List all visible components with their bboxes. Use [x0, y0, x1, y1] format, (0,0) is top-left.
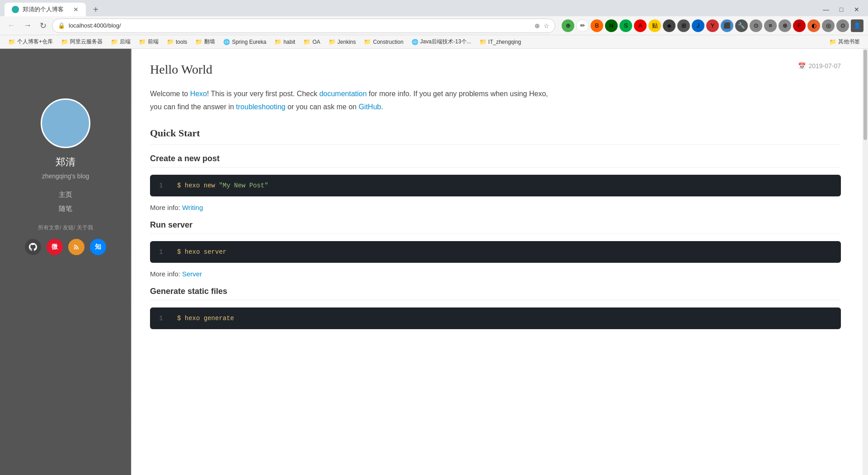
docs-link[interactable]: documentation	[319, 90, 367, 98]
line-number: 1	[159, 248, 168, 256]
toolbar-icon-17[interactable]: F	[793, 19, 806, 32]
address-bar[interactable]: 🔒 localhost:4000/blog/ ⊕ ☆	[52, 19, 555, 33]
title-bar: 🌐 郑清的个人博客 ✕ + — □ ✕	[0, 0, 868, 16]
post-header: Hello World 📅 2019-07-07	[150, 62, 841, 77]
nav-home[interactable]: 主页	[59, 189, 72, 201]
bookmark-label: Jenkins	[338, 39, 356, 45]
bookmark-it[interactable]: 📁 IT_zhengqing	[476, 37, 525, 46]
code-content: $ hexo server	[177, 248, 226, 256]
toolbar-icon-18[interactable]: ◐	[807, 19, 820, 32]
toolbar-icon-13[interactable]: 🔧	[735, 19, 748, 32]
rss-button[interactable]	[68, 239, 84, 255]
bookmark-backend[interactable]: 📁 后端	[107, 37, 134, 47]
bookmark-personal[interactable]: 📁 个人博客+仓库	[5, 37, 56, 47]
toolbar-icon-6[interactable]: A	[634, 19, 647, 32]
weibo-button[interactable]: 微	[47, 239, 63, 255]
writing-more-info: More info: Writing	[150, 204, 841, 211]
bookmark-jenkins[interactable]: 📁 Jenkins	[325, 37, 360, 46]
toolbar-icon-2[interactable]: ✏	[576, 19, 589, 32]
create-post-title: Create a new post	[150, 154, 841, 168]
bookmark-label: 阿里云服务器	[70, 38, 103, 46]
bookmark-oa[interactable]: 📁 OA	[300, 37, 324, 46]
code-content: $ hexo new "My New Post"	[177, 182, 268, 189]
toolbar-icon-8[interactable]: ◈	[663, 19, 676, 32]
minimize-button[interactable]: —	[819, 3, 833, 16]
toolbar-icon-9[interactable]: ⊞	[677, 19, 690, 32]
writing-link[interactable]: Writing	[182, 204, 203, 211]
bookmark-label: 翻墙	[204, 38, 215, 46]
address-text: localhost:4000/blog/	[69, 22, 531, 29]
toolbar-icon-14[interactable]: ⊙	[750, 19, 762, 32]
lock-icon: 🔒	[58, 22, 65, 29]
avatar	[41, 98, 90, 148]
bookmark-spring[interactable]: 🌐 Spring Eureka	[220, 38, 270, 46]
folder-icon: 📁	[111, 38, 118, 45]
bookmark-label: OA	[312, 39, 320, 45]
bookmark-frontend[interactable]: 📁 前端	[135, 37, 162, 47]
maximize-button[interactable]: □	[835, 3, 848, 16]
site-icon: 🌐	[412, 39, 418, 45]
site-icon: 🌐	[223, 39, 230, 45]
bookmark-fanqiang[interactable]: 📁 翻墙	[192, 37, 219, 47]
toolbar-icon-12[interactable]: ⬛	[721, 19, 733, 32]
bookmark-java[interactable]: 🌐 Java后端技术-13个...	[408, 37, 475, 47]
tab-close-button[interactable]: ✕	[73, 6, 79, 13]
github-link[interactable]: GitHub	[359, 103, 381, 111]
hexo-link[interactable]: Hexo	[190, 90, 207, 98]
toolbar-icon-15[interactable]: ≡	[764, 19, 777, 32]
toolbar-icon-16[interactable]: ⊕	[779, 19, 791, 32]
profile-icon[interactable]: 👤	[851, 19, 863, 32]
toolbar-icon-4[interactable]: N	[605, 19, 618, 32]
folder-icon: 📁	[303, 38, 310, 45]
folder-icon: 📁	[139, 38, 146, 45]
new-tab-button[interactable]: +	[89, 4, 102, 16]
translate-icon[interactable]: ⊕	[535, 22, 540, 29]
all-posts-link[interactable]: 所有文章	[38, 224, 60, 231]
troubleshoot-link[interactable]: troubleshooting	[236, 103, 285, 111]
toolbar-icon-7[interactable]: 贴	[648, 19, 661, 32]
create-post-code: 1 $ hexo new "My New Post"	[150, 175, 841, 196]
toolbar-icon-5[interactable]: S	[619, 19, 632, 32]
tab-favicon: 🌐	[12, 6, 19, 13]
bookmark-label: Construction	[373, 39, 403, 45]
friends-link[interactable]: 友链	[63, 224, 74, 231]
toolbar-icon-20[interactable]: ⊙	[836, 19, 849, 32]
main-area: 郑清 zhengqing's blog 主页 随笔 所有文章/ 友链/ 关于我 …	[0, 49, 868, 475]
bookmark-other[interactable]: 📁 其他书签	[826, 37, 863, 47]
bookmark-label: tools	[176, 39, 187, 45]
toolbar-icon-1[interactable]: ⊕	[562, 19, 574, 32]
bookmarks-bar: 📁 个人博客+仓库 📁 阿里云服务器 📁 后端 📁 前端 📁 tools 📁 翻…	[0, 35, 868, 49]
back-button[interactable]: ←	[5, 19, 18, 32]
toolbar-icon-3[interactable]: B	[591, 19, 603, 32]
toolbar-icon-19[interactable]: ◎	[822, 19, 835, 32]
toolbar-icon-11[interactable]: Y	[706, 19, 719, 32]
bookmark-label: Spring Eureka	[232, 39, 266, 45]
star-icon[interactable]: ☆	[544, 22, 549, 29]
forward-button[interactable]: →	[21, 19, 34, 32]
refresh-button[interactable]: ↻	[37, 19, 49, 33]
toolbar-icon-10[interactable]: J	[692, 19, 704, 32]
folder-icon: 📁	[328, 38, 336, 45]
bookmark-label: Java后端技术-13个...	[420, 38, 471, 46]
scrollbar-thumb[interactable]	[863, 50, 867, 140]
bookmark-label: 后端	[120, 38, 131, 46]
about-link[interactable]: 关于我	[77, 224, 93, 231]
navigation-bar: ← → ↻ 🔒 localhost:4000/blog/ ⊕ ☆ ⊕ ✏ B N…	[0, 16, 868, 35]
code-command: $ hexo generate	[177, 315, 234, 322]
nav-notes[interactable]: 随笔	[59, 203, 72, 215]
close-button[interactable]: ✕	[850, 3, 863, 16]
folder-icon: 📁	[274, 38, 282, 45]
scrollbar[interactable]	[863, 49, 868, 475]
github-button[interactable]	[25, 239, 41, 255]
bookmark-tools[interactable]: 📁 tools	[163, 37, 191, 46]
bookmark-construction[interactable]: 📁 Construction	[360, 37, 407, 46]
active-tab[interactable]: 🌐 郑清的个人博客 ✕	[5, 3, 86, 16]
zhihu-button[interactable]: 知	[90, 239, 106, 255]
server-link[interactable]: Server	[182, 270, 202, 278]
bookmark-aliyun[interactable]: 📁 阿里云服务器	[57, 37, 106, 47]
bookmark-habit[interactable]: 📁 habit	[271, 37, 299, 46]
author-subtitle: zhengqing's blog	[42, 172, 89, 180]
code-command: $ hexo new	[177, 182, 219, 189]
code-content: $ hexo generate	[177, 315, 234, 322]
bookmark-label: habit	[283, 39, 295, 45]
